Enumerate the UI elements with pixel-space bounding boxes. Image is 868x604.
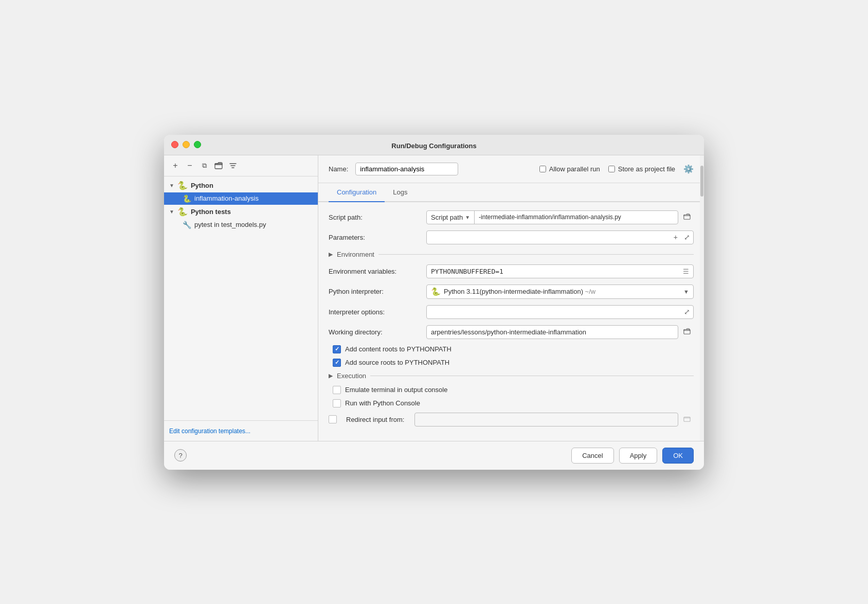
redirect-input-label: Redirect input from: bbox=[346, 416, 404, 423]
allow-parallel-checkbox[interactable] bbox=[539, 166, 546, 172]
working-directory-input-wrap bbox=[426, 325, 694, 339]
chevron-down-icon-2: ▼ bbox=[169, 209, 174, 215]
script-path-input-wrap: Script path ▼ -intermediate-inflammation… bbox=[426, 210, 694, 224]
execution-section-title: Execution bbox=[337, 372, 366, 380]
cancel-button[interactable]: Cancel bbox=[571, 448, 613, 464]
env-vars-edit-icon[interactable]: ☰ bbox=[683, 268, 689, 275]
interpreter-wrap[interactable]: 🐍 Python 3.11(python-intermediate-inflam… bbox=[426, 285, 694, 299]
redirect-input-browse-button[interactable] bbox=[680, 413, 694, 426]
env-vars-label: Environment variables: bbox=[329, 268, 421, 275]
copy-config-button[interactable]: ⧉ bbox=[198, 159, 210, 172]
interpreter-dropdown-arrow[interactable]: ▼ bbox=[683, 289, 689, 295]
minimize-button[interactable] bbox=[183, 141, 190, 148]
execution-section-line bbox=[370, 376, 694, 376]
interpreter-options-input[interactable] bbox=[427, 306, 681, 318]
add-content-roots-label: Add content roots to PYTHONPATH bbox=[345, 345, 451, 353]
working-directory-input[interactable] bbox=[426, 325, 678, 339]
tab-configuration[interactable]: Configuration bbox=[329, 183, 385, 202]
dialog-title: Run/Debug Configurations bbox=[391, 142, 476, 150]
config-body: Script path: Script path ▼ -intermediate… bbox=[318, 202, 704, 441]
sidebar-item-python[interactable]: ▼ 🐍 Python bbox=[164, 179, 318, 192]
move-to-folder-button[interactable] bbox=[212, 159, 225, 172]
sidebar: + − ⧉ ▼ bbox=[164, 155, 318, 441]
execution-section-toggle[interactable]: ▶ bbox=[329, 372, 333, 379]
env-vars-row: Environment variables: PYTHONUNBUFFERED=… bbox=[329, 264, 694, 278]
tab-logs[interactable]: Logs bbox=[385, 183, 415, 202]
parameters-label: Parameters: bbox=[329, 234, 421, 241]
parameters-input-wrap: + ⤢ bbox=[426, 230, 694, 244]
sidebar-footer: Edit configuration templates... bbox=[164, 420, 318, 441]
sidebar-item-pytest-label: pytest in test_models.py bbox=[194, 221, 266, 228]
chevron-down-icon-3: ▼ bbox=[465, 215, 470, 220]
environment-section-title: Environment bbox=[337, 251, 374, 258]
close-button[interactable] bbox=[171, 141, 178, 148]
gear-icon[interactable]: ⚙️ bbox=[683, 164, 694, 174]
script-path-label: Script path: bbox=[329, 214, 421, 221]
python-file-icon: 🐍 bbox=[183, 194, 191, 203]
script-path-browse-button[interactable] bbox=[680, 211, 694, 224]
name-input[interactable] bbox=[355, 163, 458, 175]
help-button[interactable]: ? bbox=[174, 449, 187, 461]
environment-section-line bbox=[378, 254, 694, 255]
script-path-row: Script path: Script path ▼ -intermediate… bbox=[329, 210, 694, 224]
sort-button[interactable] bbox=[227, 159, 239, 172]
allow-parallel-label: Allow parallel run bbox=[549, 165, 600, 173]
add-param-button[interactable]: + bbox=[671, 231, 681, 243]
redirect-input-row: Redirect input from: bbox=[329, 413, 694, 427]
script-path-type-selector[interactable]: Script path ▼ bbox=[427, 211, 475, 224]
interpreter-options-label: Interpreter options: bbox=[329, 308, 421, 316]
working-directory-row: Working directory: bbox=[329, 325, 694, 339]
script-path-value: -intermediate-inflammation/inflammation-… bbox=[475, 211, 678, 223]
python-group-label: Python bbox=[191, 182, 213, 189]
store-project-label: Store as project file bbox=[618, 165, 675, 173]
maximize-button[interactable] bbox=[194, 141, 201, 148]
expand-interpreter-options-button[interactable]: ⤢ bbox=[681, 306, 693, 318]
run-python-console-checkbox[interactable] bbox=[333, 399, 341, 407]
python-tests-group-icon: 🐍 bbox=[177, 207, 188, 217]
python-interpreter-icon: 🐍 bbox=[431, 287, 441, 296]
pytest-icon: 🔧 bbox=[183, 221, 191, 229]
environment-section-toggle[interactable]: ▶ bbox=[329, 251, 333, 258]
header-checks: Allow parallel run Store as project file… bbox=[539, 164, 694, 174]
edit-templates-link[interactable]: Edit configuration templates... bbox=[169, 428, 250, 435]
store-project-check-label[interactable]: Store as project file bbox=[608, 165, 675, 173]
scrollbar-thumb[interactable] bbox=[700, 166, 703, 197]
tabs-bar: Configuration Logs bbox=[318, 183, 704, 202]
sidebar-item-label: inflammation-analysis bbox=[194, 194, 259, 202]
env-vars-input-wrap[interactable]: PYTHONUNBUFFERED=1 ☰ bbox=[426, 264, 694, 278]
emulate-terminal-checkbox[interactable] bbox=[333, 386, 341, 394]
add-config-button[interactable]: + bbox=[169, 159, 182, 172]
run-debug-dialog: Run/Debug Configurations + − ⧉ bbox=[164, 135, 704, 470]
parameters-input[interactable] bbox=[427, 231, 671, 244]
allow-parallel-check-label[interactable]: Allow parallel run bbox=[539, 165, 600, 173]
redirect-input-wrap bbox=[414, 413, 694, 427]
chevron-down-icon: ▼ bbox=[169, 183, 174, 188]
main-content: + − ⧉ ▼ bbox=[164, 155, 704, 441]
remove-config-button[interactable]: − bbox=[184, 159, 196, 172]
store-project-checkbox[interactable] bbox=[608, 166, 615, 172]
expand-param-button[interactable]: ⤢ bbox=[681, 231, 693, 243]
run-python-console-label: Run with Python Console bbox=[345, 399, 420, 407]
redirect-input-checkbox[interactable] bbox=[329, 415, 337, 423]
emulate-terminal-row: Emulate terminal in output console bbox=[329, 386, 694, 394]
apply-button[interactable]: Apply bbox=[619, 448, 658, 464]
execution-section-divider: ▶ Execution bbox=[329, 372, 694, 380]
bottom-bar: ? Cancel Apply OK bbox=[164, 441, 704, 470]
sidebar-item-python-tests[interactable]: ▼ 🐍 Python tests bbox=[164, 205, 318, 219]
emulate-terminal-label: Emulate terminal in output console bbox=[345, 386, 447, 394]
name-label: Name: bbox=[329, 165, 348, 173]
add-content-roots-checkbox[interactable]: ✓ bbox=[333, 345, 341, 353]
interpreter-options-row: Interpreter options: ⤢ bbox=[329, 305, 694, 319]
sidebar-item-pytest[interactable]: 🔧 pytest in test_models.py bbox=[164, 219, 318, 231]
working-directory-label: Working directory: bbox=[329, 328, 421, 336]
redirect-input-input[interactable] bbox=[414, 413, 678, 427]
sidebar-item-inflammation-analysis[interactable]: 🐍 inflammation-analysis bbox=[164, 192, 318, 205]
ok-button[interactable]: OK bbox=[662, 448, 694, 464]
add-source-roots-checkbox[interactable]: ✓ bbox=[333, 359, 341, 367]
sidebar-tree: ▼ 🐍 Python 🐍 inflammation-analysis ▼ 🐍 P… bbox=[164, 176, 318, 420]
run-python-console-row: Run with Python Console bbox=[329, 399, 694, 407]
working-directory-browse-button[interactable] bbox=[680, 326, 694, 339]
bottom-left: ? bbox=[174, 449, 187, 461]
python-interpreter-row: Python interpreter: 🐍 Python 3.11(python… bbox=[329, 285, 694, 299]
environment-section-divider: ▶ Environment bbox=[329, 251, 694, 258]
